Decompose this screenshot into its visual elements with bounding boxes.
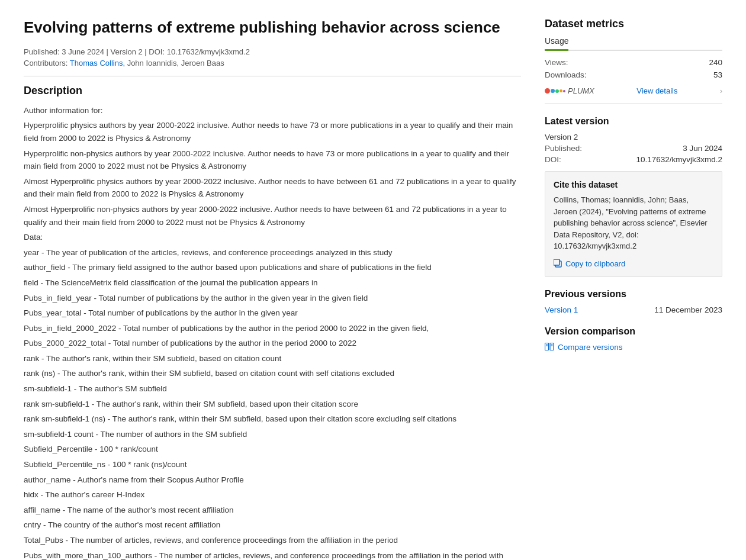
description-line: Hyperprolific physics authors by year 20… [24,119,521,144]
plumx-text: PLUMX [568,86,594,95]
description-line: rank - The author's rank, within their S… [24,352,521,365]
description-line: sm-subfield-1 count - The number of auth… [24,428,521,441]
plumx-dot-green [555,89,559,93]
separator2: | DOI: [144,47,166,56]
description-line: hidx - The author's career H-Index [24,488,521,501]
description-title: Description [24,85,521,97]
divider-1 [24,76,521,76]
description-line: rank sm-subfield-1 (ns) - The author's r… [24,413,521,426]
doi-row: DOI: 10.17632/kmyvjk3xmd.2 [545,155,722,164]
cite-text: Collins, Thomas; Ioannidis, John; Baas, … [554,194,713,252]
page-title: Evolving patterns of extreme publishing … [24,18,521,38]
description-line: field - The ScienceMetrix field classifi… [24,276,521,289]
plumx-area: PLUMX View details › [545,86,722,95]
svg-rect-1 [554,259,560,265]
description-body: Author information for:Hyperprolific phy… [24,104,521,560]
version1-date: 11 December 2023 [654,305,722,314]
downloads-value: 53 [713,70,722,79]
contributor-separator: , John Ioannidis, Jeroen Baas [123,59,224,67]
contributors-label: Contributors: [24,59,67,67]
description-line: Pubs_in_field_year - Total number of pub… [24,292,521,305]
pub-value: 3 Jun 2024 [683,144,722,153]
view-details-link[interactable]: View details [636,86,677,95]
copy-label: Copy to clipboard [565,259,625,268]
pub-label: Published: [545,144,582,153]
description-line: Subfield_Percentile - 100 * rank/count [24,443,521,456]
description-line: Total_Pubs - The number of articles, rev… [24,534,521,547]
description-line: author_name - Author's name from their S… [24,474,521,487]
description-line: affil_name - The name of the author's mo… [24,504,521,517]
doi-value: 10.17632/kmyvjk3xmd.2 [167,47,250,56]
doi-label: DOI: [545,155,561,164]
description-line: Pubs_in_field_2000_2022 - Total number o… [24,322,521,335]
svg-rect-2 [545,343,549,350]
sidebar-divider-1 [545,104,722,104]
compare-icon [545,343,554,351]
doi-value-sidebar: 10.17632/kmyvjk3xmd.2 [636,155,722,164]
plumx-logo: PLUMX [545,86,594,95]
views-label: Views: [545,58,568,67]
latest-version-title: Latest version [545,116,722,127]
plumx-dot-blue [551,89,555,93]
published-date: 3 June 2024 [62,47,104,56]
plumx-dot-red [545,88,550,94]
description-line: Subfield_Percentile_ns - 100 * rank (ns)… [24,458,521,471]
version1-link[interactable]: Version 1 [545,305,578,314]
description-line: rank (ns) - The author's rank, within th… [24,367,521,380]
views-value: 240 [709,58,722,67]
description-line: year - The year of publication of the ar… [24,246,521,259]
description-line: Hyperprolific non-physics authors by yea… [24,147,521,173]
version1-row: Version 1 11 December 2023 [545,305,722,314]
published-row: Published: 3 Jun 2024 [545,144,722,153]
version-label: Version 2 [545,133,722,141]
separator: | [107,47,111,56]
compare-versions-link[interactable]: Compare versions [545,343,722,352]
dataset-metrics-title: Dataset metrics [545,18,722,30]
meta-contributors: Contributors: Thomas Collins, John Ioann… [24,59,521,67]
cite-title: Cite this dataset [554,180,713,189]
plumx-dot-orange [560,89,562,92]
version-text: Version 2 [111,47,143,56]
description-line: author_field - The primary field assigne… [24,261,521,274]
previous-versions-title: Previous versions [545,289,722,300]
description-line: Pubs_year_total - Total number of public… [24,307,521,320]
description-line: rank sm-subfield-1 - The author's rank, … [24,398,521,411]
contributor-thomas-collins[interactable]: Thomas Collins [70,59,123,67]
cite-box: Cite this dataset Collins, Thomas; Ioann… [545,171,722,277]
sidebar: Dataset metrics Usage Views: 240 Downloa… [545,18,722,560]
main-content: Evolving patterns of extreme publishing … [24,18,521,560]
usage-tab[interactable]: Usage [545,36,568,51]
description-line: sm-subfield-1 - The author's SM subfield [24,382,521,395]
description-line: cntry - The country of the author's most… [24,519,521,532]
description-line: Author information for: [24,104,521,117]
copy-to-clipboard-button[interactable]: Copy to clipboard [554,259,625,268]
chevron-right-icon: › [720,87,722,95]
downloads-row: Downloads: 53 [545,70,722,79]
published-text: Published: [24,47,62,56]
plumx-dot-purple [563,90,565,92]
description-line: Almost Hyperprolific non-physics authors… [24,203,521,228]
svg-rect-3 [550,343,554,350]
downloads-label: Downloads: [545,70,587,79]
views-row: Views: 240 [545,58,722,67]
description-line: Almost Hyperprolific physics authors by … [24,175,521,201]
usage-tabs: Usage [545,36,722,51]
compare-label: Compare versions [558,343,623,352]
description-line: Data: [24,231,521,244]
meta-published: Published: 3 June 2024 | Version 2 | DOI… [24,47,521,56]
description-line: Pubs_with_more_than_100_authors - The nu… [24,549,521,560]
copy-icon [554,259,562,268]
description-line: Pubs_2000_2022_total - Total number of p… [24,337,521,350]
version-comparison-title: Version comparison [545,326,722,337]
